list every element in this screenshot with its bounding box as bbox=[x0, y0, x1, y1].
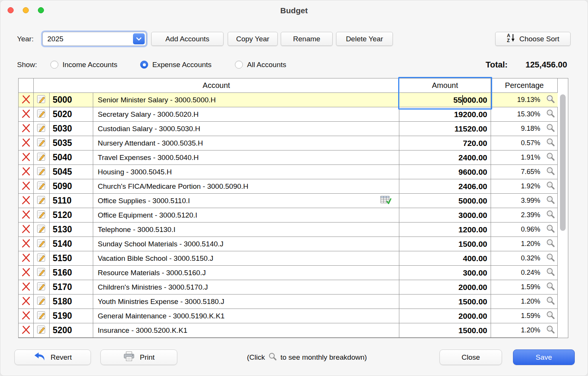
edit-account-cell[interactable] bbox=[34, 194, 50, 208]
delete-year-button[interactable]: Delete Year bbox=[336, 32, 393, 46]
edit-account-cell[interactable] bbox=[34, 165, 50, 179]
amount-cell[interactable]: 9600.00 bbox=[399, 165, 491, 179]
delete-account-cell[interactable] bbox=[19, 222, 34, 237]
scrollbar-track[interactable] bbox=[558, 78, 568, 338]
account-name-cell[interactable]: Children's Ministries - 3000.5170.J bbox=[93, 280, 399, 294]
header-amount[interactable]: Amount bbox=[399, 78, 491, 92]
edit-account-cell[interactable] bbox=[34, 251, 50, 265]
choose-sort-button[interactable]: A Z Choose Sort bbox=[495, 32, 571, 46]
edit-account-cell[interactable] bbox=[34, 222, 50, 237]
year-select[interactable]: 2025 bbox=[42, 32, 146, 46]
scrollbar-thumb[interactable] bbox=[560, 94, 566, 231]
edit-account-cell[interactable] bbox=[34, 150, 50, 164]
account-name-cell[interactable]: Nursery Attendant - 3000.5035.H bbox=[93, 136, 399, 150]
magnifier-icon[interactable] bbox=[546, 123, 555, 134]
delete-account-cell[interactable] bbox=[19, 107, 34, 121]
amount-cell[interactable]: 400.00 bbox=[399, 251, 491, 265]
radio-income-accounts[interactable]: Income Accounts bbox=[50, 58, 117, 72]
amount-cell[interactable]: 55000.00 bbox=[399, 93, 491, 107]
magnifier-icon[interactable] bbox=[546, 109, 555, 120]
amount-cell[interactable]: 1500.00 bbox=[399, 295, 491, 309]
edit-account-cell[interactable] bbox=[34, 309, 50, 323]
delete-account-cell[interactable] bbox=[19, 266, 34, 280]
rename-button[interactable]: Rename bbox=[281, 32, 333, 46]
delete-account-cell[interactable] bbox=[19, 179, 34, 193]
magnifier-icon[interactable] bbox=[546, 166, 555, 177]
account-name-cell[interactable]: General Maintenance - 3000.5190.K.K1 bbox=[93, 309, 399, 323]
account-name-cell[interactable]: Resource Materials - 3000.5160.J bbox=[93, 266, 399, 280]
edit-account-cell[interactable] bbox=[34, 136, 50, 150]
magnifier-icon[interactable] bbox=[546, 296, 555, 307]
amount-cell[interactable]: 720.00 bbox=[399, 136, 491, 150]
amount-cell[interactable]: 2000.00 bbox=[399, 280, 491, 294]
edit-account-cell[interactable] bbox=[34, 208, 50, 222]
magnifier-icon[interactable] bbox=[546, 152, 555, 163]
amount-cell[interactable]: 300.00 bbox=[399, 266, 491, 280]
account-name-cell[interactable]: Telephone - 3000.5130.I bbox=[93, 222, 399, 237]
edit-account-cell[interactable] bbox=[34, 280, 50, 294]
edit-account-cell[interactable] bbox=[34, 179, 50, 193]
amount-cell[interactable]: 2406.00 bbox=[399, 179, 491, 193]
radio-all-accounts[interactable]: All Accounts bbox=[235, 58, 286, 72]
header-percentage[interactable]: Percentage bbox=[491, 78, 558, 92]
edit-account-cell[interactable] bbox=[34, 122, 50, 136]
delete-account-cell[interactable] bbox=[19, 122, 34, 136]
delete-account-cell[interactable] bbox=[19, 237, 34, 251]
zoom-window-button[interactable] bbox=[38, 7, 44, 13]
magnifier-icon[interactable] bbox=[546, 94, 555, 105]
amount-cell[interactable]: 1200.00 bbox=[399, 222, 491, 237]
account-name-cell[interactable]: Office Equipment - 3000.5120.I bbox=[93, 208, 399, 222]
delete-account-cell[interactable] bbox=[19, 165, 34, 179]
delete-account-cell[interactable] bbox=[19, 251, 34, 265]
magnifier-icon[interactable] bbox=[546, 282, 555, 293]
magnifier-icon[interactable] bbox=[546, 325, 555, 336]
radio-expense-accounts[interactable]: Expense Accounts bbox=[140, 58, 211, 72]
account-name-cell[interactable]: Custodian Salary - 3000.5030.H bbox=[93, 122, 399, 136]
delete-account-cell[interactable] bbox=[19, 323, 34, 337]
amount-cell[interactable]: 3000.00 bbox=[399, 208, 491, 222]
magnifier-icon[interactable] bbox=[546, 138, 555, 149]
account-name-cell[interactable]: Travel Expenses - 3000.5040.H bbox=[93, 150, 399, 164]
minimize-window-button[interactable] bbox=[23, 7, 29, 13]
delete-account-cell[interactable] bbox=[19, 280, 34, 294]
delete-account-cell[interactable] bbox=[19, 150, 34, 164]
magnifier-icon[interactable] bbox=[546, 238, 555, 249]
amount-cell[interactable]: 11520.00 bbox=[399, 122, 491, 136]
amount-cell[interactable]: 1500.00 bbox=[399, 323, 491, 337]
delete-account-cell[interactable] bbox=[19, 295, 34, 309]
account-name-cell[interactable]: Housing - 3000.5045.H bbox=[93, 165, 399, 179]
copy-year-button[interactable]: Copy Year bbox=[228, 32, 278, 46]
delete-account-cell[interactable] bbox=[19, 93, 34, 107]
account-name-cell[interactable]: Insurance - 3000.5200.K.K1 bbox=[93, 323, 399, 337]
amount-cell[interactable]: 1500.00 bbox=[399, 237, 491, 251]
delete-account-cell[interactable] bbox=[19, 136, 34, 150]
edit-account-cell[interactable] bbox=[34, 266, 50, 280]
print-button[interactable]: Print bbox=[100, 349, 177, 365]
amount-cell[interactable]: 5000.00 bbox=[399, 194, 491, 208]
magnifier-icon[interactable] bbox=[546, 181, 555, 192]
magnifier-icon[interactable] bbox=[546, 195, 555, 206]
delete-account-cell[interactable] bbox=[19, 208, 34, 222]
save-button[interactable]: Save bbox=[513, 349, 575, 365]
amount-cell[interactable]: 19200.00 bbox=[399, 107, 491, 121]
account-name-cell[interactable]: Secretary Salary - 3000.5020.H bbox=[93, 107, 399, 121]
delete-account-cell[interactable] bbox=[19, 309, 34, 323]
account-name-cell[interactable]: Senior Minister Salary - 3000.5000.H bbox=[93, 93, 399, 107]
edit-account-cell[interactable] bbox=[34, 295, 50, 309]
header-account[interactable]: Account bbox=[34, 78, 399, 92]
edit-account-cell[interactable] bbox=[34, 93, 50, 107]
magnifier-icon[interactable] bbox=[546, 224, 555, 235]
amount-cell[interactable]: 2000.00 bbox=[399, 309, 491, 323]
magnifier-icon[interactable] bbox=[546, 267, 555, 278]
edit-account-cell[interactable] bbox=[34, 107, 50, 121]
delete-account-cell[interactable] bbox=[19, 194, 34, 208]
amount-cell[interactable]: 2400.00 bbox=[399, 150, 491, 164]
revert-button[interactable]: Revert bbox=[14, 349, 91, 365]
close-window-button[interactable] bbox=[8, 7, 14, 13]
magnifier-icon[interactable] bbox=[546, 210, 555, 221]
add-accounts-button[interactable]: Add Accounts bbox=[151, 32, 224, 46]
account-name-cell[interactable]: Vacation Bible School - 3000.5150.J bbox=[93, 251, 399, 265]
magnifier-icon[interactable] bbox=[546, 253, 555, 264]
edit-account-cell[interactable] bbox=[34, 323, 50, 337]
edit-account-cell[interactable] bbox=[34, 237, 50, 251]
